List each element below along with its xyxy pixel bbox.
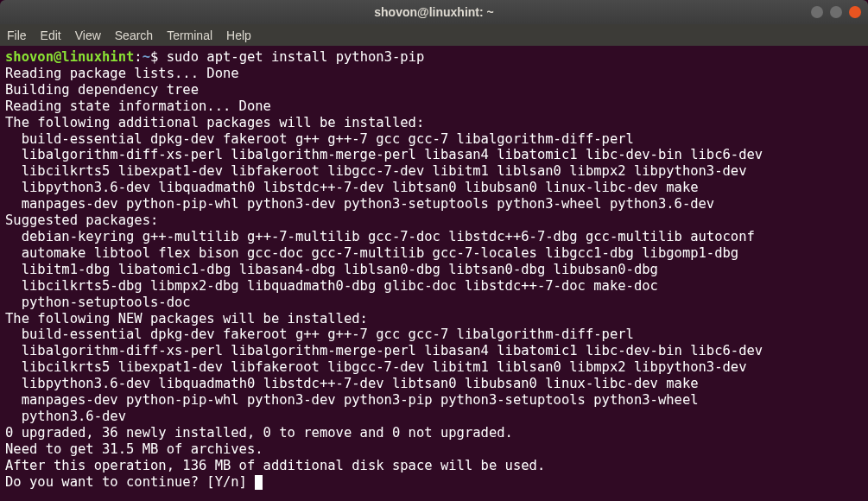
menu-file[interactable]: File bbox=[7, 29, 27, 42]
output-line: The following additional packages will b… bbox=[5, 115, 424, 130]
minimize-icon[interactable] bbox=[811, 6, 823, 18]
command-text: sudo apt-get install python3-pip bbox=[167, 49, 425, 65]
prompt-path: ~ bbox=[143, 49, 150, 65]
output-line: libalgorithm-diff-xs-perl libalgorithm-m… bbox=[5, 343, 763, 358]
output-line: 0 upgraded, 36 newly installed, 0 to rem… bbox=[5, 425, 513, 441]
output-line: manpages-dev python-pip-whl python3-dev … bbox=[5, 392, 699, 408]
output-line: python-setuptools-doc bbox=[5, 295, 191, 310]
output-line: automake libtool flex bison gcc-doc gcc-… bbox=[5, 245, 738, 261]
cursor bbox=[255, 475, 263, 490]
terminal-window: shovon@linuxhint: ~ File Edit View Searc… bbox=[0, 0, 868, 501]
output-line: libcilkrts5-dbg libmpx2-dbg libquadmath0… bbox=[5, 278, 658, 294]
output-line: Need to get 31.5 MB of archives. bbox=[5, 441, 263, 457]
menu-help[interactable]: Help bbox=[226, 29, 251, 42]
output-line: libitm1-dbg libatomic1-dbg libasan4-dbg … bbox=[5, 262, 658, 277]
maximize-icon[interactable] bbox=[830, 6, 842, 18]
output-line: Reading state information... Done bbox=[5, 98, 271, 114]
output-line: build-essential dpkg-dev fakeroot g++ g+… bbox=[5, 131, 634, 147]
output-line: Suggested packages: bbox=[5, 212, 158, 228]
output-line: libcilkrts5 libexpat1-dev libfakeroot li… bbox=[5, 163, 747, 179]
prompt-colon: : bbox=[134, 49, 142, 65]
prompt-user-host: shovon@linuxhint bbox=[5, 49, 134, 65]
close-icon[interactable] bbox=[849, 6, 861, 18]
output-line: After this operation, 136 MB of addition… bbox=[5, 458, 545, 473]
menu-edit[interactable]: Edit bbox=[41, 29, 61, 42]
output-line: build-essential dpkg-dev fakeroot g++ g+… bbox=[5, 327, 634, 342]
output-line: libpython3.6-dev libquadmath0 libstdc++-… bbox=[5, 376, 699, 391]
menu-search[interactable]: Search bbox=[115, 29, 153, 42]
output-line: manpages-dev python-pip-whl python3-dev … bbox=[5, 196, 714, 212]
output-line: libalgorithm-diff-xs-perl libalgorithm-m… bbox=[5, 147, 763, 162]
output-line: python3.6-dev bbox=[5, 409, 126, 424]
menubar: File Edit View Search Terminal Help bbox=[0, 24, 868, 46]
prompt-dollar: $ bbox=[150, 49, 158, 65]
output-line: libcilkrts5 libexpat1-dev libfakeroot li… bbox=[5, 359, 747, 375]
output-line: Building dependency tree bbox=[5, 82, 199, 98]
window-controls bbox=[811, 6, 861, 18]
menu-view[interactable]: View bbox=[75, 29, 101, 42]
menu-terminal[interactable]: Terminal bbox=[167, 29, 212, 42]
terminal-output[interactable]: shovon@linuxhint:~$ sudo apt-get install… bbox=[0, 46, 868, 501]
output-line: Do you want to continue? [Y/n] bbox=[5, 474, 255, 490]
window-title: shovon@linuxhint: ~ bbox=[374, 5, 493, 19]
output-line: debian-keyring g++-multilib g++-7-multil… bbox=[5, 229, 755, 244]
output-line: The following NEW packages will be insta… bbox=[5, 311, 368, 327]
output-line: Reading package lists... Done bbox=[5, 66, 239, 81]
titlebar: shovon@linuxhint: ~ bbox=[0, 0, 868, 24]
output-line: libpython3.6-dev libquadmath0 libstdc++-… bbox=[5, 180, 699, 195]
